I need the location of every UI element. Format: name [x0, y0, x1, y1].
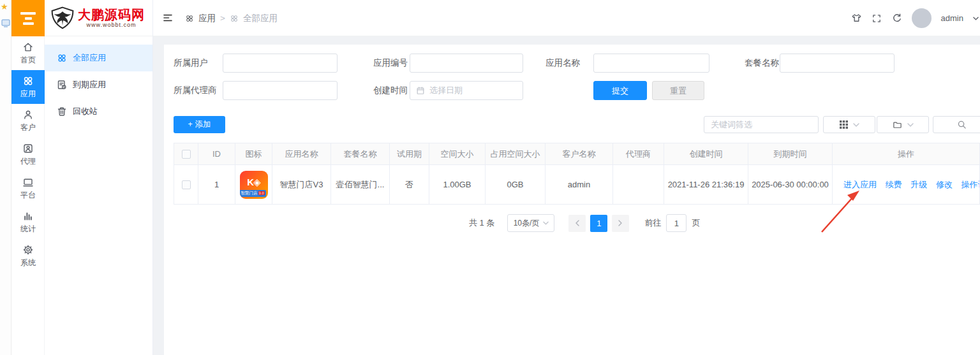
filter-label-app-id: 应用编号 [373, 54, 408, 73]
select-all-checkbox[interactable] [182, 150, 191, 159]
sidebar-item-home[interactable]: 首页 [11, 36, 45, 70]
apps-grid-icon [22, 75, 34, 87]
col-header-icon: 图标 [235, 143, 272, 165]
pagination: 共 1 条 10条/页 1 前往 页 [469, 214, 700, 232]
date-placeholder: 选择日期 [429, 85, 463, 96]
breadcrumb: 应用 > 全部应用 [185, 0, 278, 36]
keyword-filter-input[interactable] [704, 116, 819, 133]
filter-label-owner: 所属用户 [174, 54, 208, 73]
cell-customer: admin [546, 165, 613, 205]
brand-text: 大鹏源码网 www.wobbt.com [78, 8, 145, 28]
table-row: 1 K◈ 智慧门店3.0 智慧门店V3 壹佰智慧门... 否 1.00GB 0G… [174, 165, 980, 205]
grid-view-icon [840, 120, 848, 129]
sidebar-item-customers[interactable]: 客户 [11, 104, 45, 138]
package-name-input[interactable] [780, 54, 895, 73]
user-icon [22, 109, 34, 120]
current-page-button[interactable]: 1 [590, 215, 607, 232]
add-button[interactable]: + 添加 [174, 116, 225, 133]
owner-input[interactable] [223, 54, 338, 73]
reset-button[interactable]: 重置 [652, 81, 704, 100]
username[interactable]: admin [941, 13, 963, 23]
browser-edge-strip: ★ [0, 0, 11, 355]
sidebar-item-stats[interactable]: 统计 [11, 205, 45, 239]
action-modify-link[interactable]: 修改 [936, 180, 953, 189]
submenu-item-expired-apps[interactable]: 到期应用 [45, 71, 152, 98]
col-header-expired: 到期时间 [748, 143, 833, 165]
agent-icon [22, 143, 34, 154]
goto-page-input[interactable] [666, 214, 687, 232]
sidebar-item-label: 系统 [20, 257, 36, 268]
primary-sidebar: 首页 应用 客户 代理 平台 统计 系统 [11, 0, 45, 355]
prev-page-button[interactable] [568, 215, 586, 232]
monitor-icon [22, 177, 34, 188]
theme-tshirt-icon[interactable] [851, 13, 862, 24]
col-header-trial: 试用期 [390, 143, 429, 165]
bookmark-star-icon[interactable]: ★ [1, 2, 8, 11]
chevron-down-icon [543, 221, 549, 225]
sidebar-item-label: 应用 [20, 89, 36, 99]
action-renew-link[interactable]: 续费 [886, 180, 902, 189]
breadcrumb-separator: > [220, 13, 225, 23]
cell-created: 2021-11-26 21:36:19 [664, 165, 748, 205]
user-avatar[interactable] [912, 8, 932, 28]
row-checkbox[interactable] [182, 180, 191, 189]
sidebar-item-label: 代理 [20, 156, 36, 167]
submenu-item-label: 回收站 [73, 106, 98, 117]
sidebar-item-agents[interactable]: 代理 [11, 138, 45, 171]
sidebar-item-label: 平台 [20, 190, 36, 201]
cell-icon: K◈ 智慧门店3.0 [235, 165, 272, 205]
sidebar-item-system[interactable]: 系统 [11, 239, 45, 273]
fullscreen-icon[interactable] [872, 13, 882, 24]
breadcrumb-level2: 全部应用 [243, 13, 278, 24]
page-unit-label: 页 [692, 217, 700, 229]
col-header-package: 套餐名称 [331, 143, 390, 165]
cell-select [174, 165, 198, 205]
page-size-select[interactable]: 10条/页 [507, 214, 554, 232]
export-folder-button[interactable] [877, 116, 929, 133]
chevron-down-icon [973, 17, 979, 20]
action-op-log-link[interactable]: 操作记录 [961, 180, 980, 189]
filter-label-agent: 所属代理商 [174, 81, 217, 100]
action-enter-app-link[interactable]: 进入应用 [843, 180, 877, 189]
collapse-menu-icon[interactable] [162, 12, 174, 24]
col-header-created: 创建时间 [664, 143, 748, 165]
bar-chart-icon [22, 210, 34, 222]
app-store-icon[interactable]: K◈ 智慧门店3.0 [240, 171, 268, 199]
cell-actions: 进入应用 续费 升级 修改 操作记录 删除 [833, 165, 980, 205]
search-button[interactable] [933, 116, 980, 133]
app-root: ★ 首页 应用 客户 代理 平台 [0, 0, 980, 355]
filter-label-created: 创建时间 [373, 81, 408, 100]
next-page-button[interactable] [612, 215, 629, 232]
col-header-space: 空间大小 [429, 143, 486, 165]
gear-icon [22, 244, 34, 256]
apps-grid-icon [185, 14, 194, 23]
date-picker-input[interactable]: 选择日期 [410, 81, 523, 100]
filter-label-app-name: 应用名称 [546, 54, 580, 73]
app-id-input[interactable] [410, 54, 523, 73]
submenu-item-recycle-bin[interactable]: 回收站 [45, 98, 152, 125]
sidebar-item-platform[interactable]: 平台 [11, 171, 45, 205]
column-view-button[interactable] [823, 116, 875, 133]
screenshot-icon[interactable] [1, 19, 10, 27]
cell-agent [613, 165, 664, 205]
submenu-item-all-apps[interactable]: 全部应用 [45, 45, 152, 71]
sidebar-item-apps[interactable]: 应用 [11, 70, 45, 104]
cell-app-name: 智慧门店V3 [272, 165, 331, 205]
app-logo[interactable] [11, 0, 45, 36]
topbar-right: admin [851, 0, 980, 36]
site-logo[interactable]: 大鹏源码网 www.wobbt.com [45, 0, 152, 36]
refresh-icon[interactable] [891, 13, 902, 24]
breadcrumb-level1[interactable]: 应用 [198, 13, 216, 24]
agent-input[interactable] [223, 81, 338, 100]
app-icon-ribbon: 智慧门店3.0 [240, 190, 266, 197]
table-header-row: ID 图标 应用名称 套餐名称 试用期 空间大小 占用空间大小 客户名称 代理商… [174, 143, 980, 165]
secondary-sidebar: 大鹏源码网 www.wobbt.com 全部应用 到期应用 回收站 [45, 0, 153, 355]
app-name-input[interactable] [593, 54, 709, 73]
action-upgrade-link[interactable]: 升级 [910, 180, 927, 189]
cell-id: 1 [198, 165, 235, 205]
search-icon [957, 120, 967, 129]
logo-bar [25, 17, 32, 20]
topbar: 应用 > 全部应用 admin [153, 0, 980, 36]
submit-button[interactable]: 提交 [593, 81, 647, 100]
home-icon [22, 41, 34, 53]
